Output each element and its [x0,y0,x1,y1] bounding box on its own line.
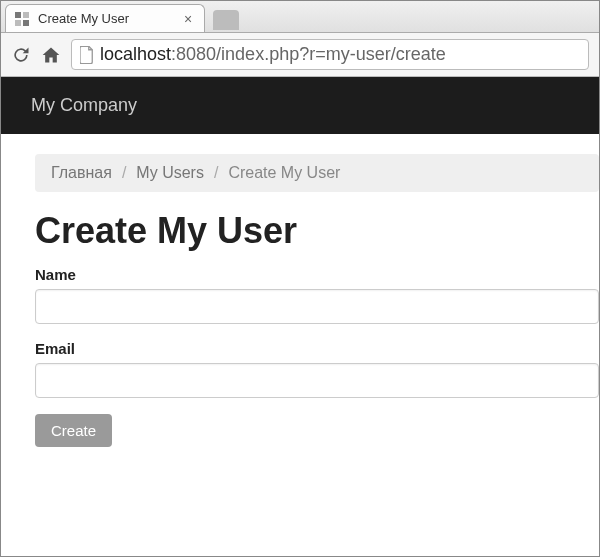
url-host: localhost [100,44,171,64]
svg-rect-3 [23,20,29,26]
reload-icon[interactable] [11,45,31,65]
page-content: Главная / My Users / Create My User Crea… [1,134,599,467]
app-navbar: My Company [1,77,599,134]
breadcrumb-item-myusers[interactable]: My Users [136,164,204,182]
home-icon[interactable] [41,45,61,65]
new-tab-button[interactable] [213,10,239,30]
url-path: /index.php?r=my-user/create [216,44,446,64]
breadcrumb-separator-icon: / [214,164,218,182]
address-bar[interactable]: localhost:8080/index.php?r=my-user/creat… [71,39,589,70]
email-input[interactable] [35,363,599,398]
svg-rect-0 [15,12,21,18]
chrome-toolbar: localhost:8080/index.php?r=my-user/creat… [1,33,599,77]
name-form-group: Name [35,266,599,324]
page-icon [80,46,94,64]
navbar-brand[interactable]: My Company [31,95,137,115]
tab-title: Create My User [38,11,172,26]
svg-rect-1 [23,12,29,18]
browser-tab[interactable]: Create My User × [5,4,205,32]
breadcrumb-item-active: Create My User [228,164,340,182]
tab-close-icon[interactable]: × [180,11,196,27]
svg-rect-2 [15,20,21,26]
chrome-tab-bar: Create My User × [1,1,599,33]
page-title: Create My User [35,210,599,252]
name-input[interactable] [35,289,599,324]
url-port: :8080 [171,44,216,64]
email-label: Email [35,340,599,357]
breadcrumb-item-home[interactable]: Главная [51,164,112,182]
email-form-group: Email [35,340,599,398]
create-button[interactable]: Create [35,414,112,447]
tab-favicon-icon [14,11,30,27]
name-label: Name [35,266,599,283]
breadcrumb-separator-icon: / [122,164,126,182]
breadcrumb: Главная / My Users / Create My User [35,154,599,192]
